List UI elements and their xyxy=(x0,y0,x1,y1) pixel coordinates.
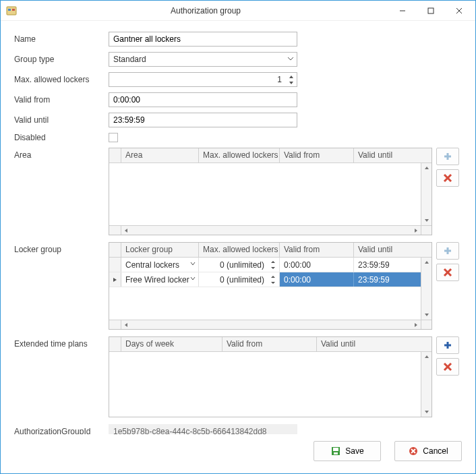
valid-from-input[interactable] xyxy=(109,92,297,107)
area-col-until[interactable]: Valid until xyxy=(354,148,432,162)
chevron-down-icon[interactable] xyxy=(190,276,196,281)
content-area: Name Group type Standard Max. allowed lo… xyxy=(1,21,475,434)
svg-rect-20 xyxy=(333,448,338,451)
locker-row-until: 23:59:59 xyxy=(358,260,390,270)
close-button[interactable] xyxy=(446,3,473,19)
scroll-down-icon[interactable] xyxy=(421,407,432,417)
group-type-label: Group type xyxy=(14,55,109,64)
scroll-left-icon[interactable] xyxy=(121,320,131,329)
locker-section-label: Locker group xyxy=(14,242,109,254)
locker-add-button[interactable] xyxy=(436,242,459,260)
cancel-icon xyxy=(408,446,419,456)
disabled-label: Disabled xyxy=(14,133,109,142)
locker-delete-button[interactable] xyxy=(436,264,459,281)
valid-from-label: Valid from xyxy=(14,95,109,105)
chevron-down-icon xyxy=(287,55,294,62)
locker-hscroll[interactable] xyxy=(121,320,421,329)
spin-down-icon[interactable] xyxy=(269,265,277,271)
save-label: Save xyxy=(345,446,363,456)
spin-down-icon[interactable] xyxy=(287,80,295,86)
locker-vscroll[interactable] xyxy=(421,258,432,320)
max-lockers-value: 1 xyxy=(109,75,297,84)
chevron-down-icon[interactable] xyxy=(190,261,196,266)
locker-row[interactable]: Central lockers 0 (unlimited) 0:00:0 xyxy=(109,258,432,272)
save-button[interactable]: Save xyxy=(314,441,381,461)
locker-col-max[interactable]: Max. allowed lockers xyxy=(199,243,280,257)
locker-row-group: Free Wired locker xyxy=(125,275,189,285)
valid-until-label: Valid until xyxy=(14,115,109,125)
svg-line-6 xyxy=(456,8,462,13)
name-input[interactable] xyxy=(109,32,297,47)
area-grid[interactable]: Area Max. allowed lockers Valid from Val… xyxy=(109,148,432,235)
footer: Save Cancel xyxy=(1,434,475,473)
cancel-label: Cancel xyxy=(423,446,448,456)
area-hscroll[interactable] xyxy=(121,225,421,235)
group-type-select[interactable]: Standard xyxy=(109,52,297,67)
disabled-checkbox[interactable] xyxy=(109,133,118,142)
area-delete-button[interactable] xyxy=(436,169,459,187)
timeplan-vscroll[interactable] xyxy=(421,352,432,417)
row-indicator-icon xyxy=(109,272,121,287)
timeplan-col-until[interactable]: Valid until xyxy=(317,337,432,351)
locker-grid[interactable]: Locker group Max. allowed lockers Valid … xyxy=(109,242,432,330)
valid-until-input[interactable] xyxy=(109,113,297,127)
locker-row-max: 0 (unlimited) xyxy=(220,275,264,285)
auth-id-label: AuthorizationGroupId xyxy=(14,427,109,434)
spin-up-icon[interactable] xyxy=(269,274,277,280)
locker-row-until: 23:59:59 xyxy=(358,275,390,285)
max-lockers-input[interactable]: 1 xyxy=(109,72,297,87)
area-section-label: Area xyxy=(14,148,109,160)
window-title: Authorization group xyxy=(22,6,389,16)
area-col-from[interactable]: Valid from xyxy=(280,148,354,162)
scroll-right-icon[interactable] xyxy=(411,226,421,235)
dialog-window: Authorization group Name Group type Stan… xyxy=(0,0,476,474)
spin-up-icon[interactable] xyxy=(269,259,277,265)
timeplan-add-button[interactable] xyxy=(436,336,459,354)
name-label: Name xyxy=(14,34,109,44)
timeplan-delete-button[interactable] xyxy=(436,358,459,376)
app-icon xyxy=(6,5,17,16)
scroll-down-icon[interactable] xyxy=(421,310,432,320)
group-type-value: Standard xyxy=(113,55,146,64)
locker-row-group: Central lockers xyxy=(125,260,179,270)
scroll-up-icon[interactable] xyxy=(421,163,432,173)
spin-up-icon[interactable] xyxy=(287,73,295,80)
svg-rect-2 xyxy=(12,9,15,11)
locker-col-group[interactable]: Locker group xyxy=(121,243,199,257)
minimize-button[interactable] xyxy=(389,3,416,19)
area-vscroll[interactable] xyxy=(421,163,432,225)
spin-down-icon[interactable] xyxy=(269,280,277,286)
locker-col-from[interactable]: Valid from xyxy=(280,243,354,257)
scroll-left-icon[interactable] xyxy=(121,226,131,235)
auth-id-value: 1e5b978b-c8ea-444c-8c5b-666413842dd8 xyxy=(109,424,297,434)
maximize-button[interactable] xyxy=(417,3,444,19)
svg-rect-21 xyxy=(334,452,338,454)
scroll-right-icon[interactable] xyxy=(411,320,421,329)
locker-row-max: 0 (unlimited) xyxy=(220,260,264,270)
locker-row-from: 0:00:00 xyxy=(284,260,311,270)
locker-col-until[interactable]: Valid until xyxy=(354,243,432,257)
area-col-area[interactable]: Area xyxy=(121,148,199,162)
max-lockers-label: Max. allowed lockers xyxy=(14,75,109,84)
area-add-button[interactable] xyxy=(436,148,459,165)
titlebar: Authorization group xyxy=(1,1,475,21)
area-col-max[interactable]: Max. allowed lockers xyxy=(199,148,280,162)
timeplan-col-from[interactable]: Valid from xyxy=(222,337,317,351)
scroll-down-icon[interactable] xyxy=(421,216,432,225)
svg-rect-1 xyxy=(8,9,11,11)
timeplan-grid[interactable]: Days of week Valid from Valid until xyxy=(109,336,432,417)
svg-rect-4 xyxy=(428,8,434,13)
scroll-up-icon[interactable] xyxy=(421,352,432,361)
save-icon xyxy=(330,446,341,456)
locker-row[interactable]: Free Wired locker 0 (unlimited) 0:00 xyxy=(109,272,432,287)
timeplan-col-days[interactable]: Days of week xyxy=(121,337,222,351)
svg-line-5 xyxy=(456,8,462,13)
scroll-up-icon[interactable] xyxy=(421,258,432,267)
timeplan-section-label: Extended time plans xyxy=(14,336,109,349)
cancel-button[interactable]: Cancel xyxy=(394,441,462,461)
locker-row-from: 0:00:00 xyxy=(284,275,311,285)
